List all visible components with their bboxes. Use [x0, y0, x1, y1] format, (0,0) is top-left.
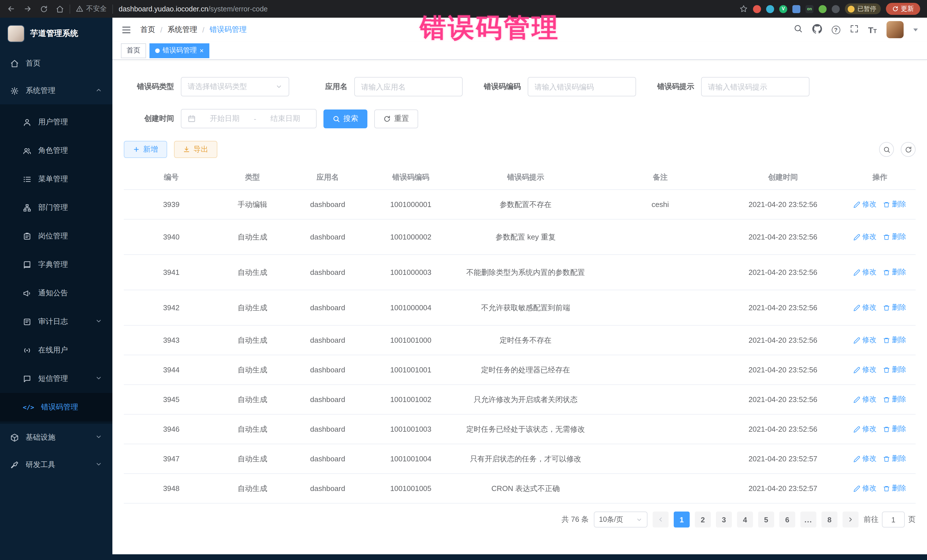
font-size-icon[interactable] — [868, 25, 877, 34]
security-indicator[interactable]: 不安全 — [76, 4, 107, 14]
cell-app: dashboard — [286, 451, 369, 467]
forward-icon[interactable] — [23, 5, 32, 13]
sidebar-item-sms[interactable]: 短信管理 — [0, 364, 112, 393]
refresh-table-icon[interactable] — [901, 142, 916, 157]
help-icon[interactable] — [831, 25, 840, 34]
sidebar-item-notices[interactable]: 通知公告 — [0, 279, 112, 307]
breadcrumb-system[interactable]: 系统管理 — [167, 24, 197, 35]
avatar[interactable] — [886, 21, 904, 38]
screen: 错误码管理 不安全 dashboard.yudao.iocoder.cn/sys… — [0, 0, 927, 560]
page-button[interactable]: 8 — [821, 511, 837, 528]
delete-link[interactable]: 删除 — [883, 453, 906, 464]
edit-link[interactable]: 修改 — [854, 424, 877, 434]
sidebar-item-roles[interactable]: 角色管理 — [0, 136, 112, 165]
tab-home[interactable]: 首页 — [121, 43, 146, 58]
sidebar-item-home[interactable]: 首页 — [0, 50, 112, 77]
page-size-select[interactable]: 10条/页 — [594, 511, 647, 528]
update-button[interactable]: 更新 — [886, 3, 920, 15]
pin-extension-icon[interactable] — [832, 5, 840, 13]
extension-icon[interactable] — [819, 5, 827, 13]
toggle-search-icon[interactable] — [879, 142, 894, 157]
edit-link[interactable]: 修改 — [854, 267, 877, 278]
extension-icon[interactable]: V — [779, 5, 787, 13]
next-page-button[interactable] — [843, 511, 859, 528]
back-icon[interactable] — [7, 5, 15, 13]
sidebar-item-dev-tools[interactable]: 研发工具 — [0, 451, 112, 478]
breadcrumb-home[interactable]: 首页 — [140, 24, 155, 35]
reset-button[interactable]: 重置 — [374, 109, 418, 128]
delete-link[interactable]: 删除 — [883, 394, 906, 405]
sidebar-item-users[interactable]: 用户管理 — [0, 108, 112, 136]
close-icon[interactable] — [200, 47, 204, 54]
date-range-picker[interactable]: 开始日期 - 结束日期 — [181, 109, 317, 128]
page-button[interactable]: 3 — [716, 511, 732, 528]
caret-down-icon[interactable] — [913, 28, 918, 31]
delete-link[interactable]: 删除 — [883, 424, 906, 434]
sidebar-item-menus[interactable]: 菜单管理 — [0, 165, 112, 193]
extension-icon[interactable] — [766, 5, 774, 13]
sidebar-item-posts[interactable]: 岗位管理 — [0, 222, 112, 250]
sidebar-item-label: 岗位管理 — [38, 231, 68, 241]
code-icon: </> — [23, 404, 34, 411]
edit-link[interactable]: 修改 — [854, 199, 877, 210]
delete-link[interactable]: 删除 — [883, 302, 906, 313]
sidebar-item-audit-log[interactable]: 审计日志 — [0, 307, 112, 336]
address-bar[interactable]: dashboard.yudao.iocoder.cn/system/error-… — [119, 5, 268, 13]
sidebar-item-online-users[interactable]: 在线用户 — [0, 336, 112, 364]
search-button[interactable]: 搜索 — [324, 109, 368, 128]
export-button[interactable]: 导出 — [174, 141, 217, 158]
delete-link[interactable]: 删除 — [883, 483, 906, 494]
page-button[interactable]: 4 — [737, 511, 753, 528]
page-button[interactable]: 2 — [695, 511, 711, 528]
error-message-input[interactable] — [708, 82, 802, 91]
edit-link[interactable]: 修改 — [854, 394, 877, 405]
home-icon[interactable] — [56, 5, 64, 13]
extension-icon[interactable] — [792, 5, 800, 13]
app-name-input[interactable] — [361, 82, 456, 91]
delete-link[interactable]: 删除 — [883, 199, 906, 210]
cell-time: 2021-04-20 23:52:57 — [722, 451, 844, 467]
delete-link[interactable]: 删除 — [883, 335, 906, 346]
page-button[interactable]: 6 — [779, 511, 795, 528]
cell-operations: 修改 删除 — [844, 229, 916, 244]
sidebar-item-infrastructure[interactable]: 基础设施 — [0, 424, 112, 451]
sidebar-item-departments[interactable]: 部门管理 — [0, 193, 112, 222]
error-type-select[interactable]: 请选择错误码类型 — [181, 77, 289, 96]
tab-error-code[interactable]: 错误码管理 — [149, 43, 209, 58]
page-button[interactable]: 1 — [674, 511, 690, 528]
paused-badge[interactable]: 已暂停 — [845, 3, 881, 14]
prev-page-button[interactable] — [653, 511, 669, 528]
logo[interactable]: 芋道管理系统 — [0, 18, 112, 50]
edit-link[interactable]: 修改 — [854, 483, 877, 494]
edit-link-label: 修改 — [862, 453, 877, 464]
delete-link[interactable]: 删除 — [883, 364, 906, 375]
edit-link[interactable]: 修改 — [854, 335, 877, 346]
page-button[interactable]: ... — [800, 511, 816, 528]
fullscreen-icon[interactable] — [850, 24, 858, 35]
page-button[interactable]: 5 — [758, 511, 774, 528]
edit-link[interactable]: 修改 — [854, 302, 877, 313]
sidebar-item-error-code[interactable]: </> 错误码管理 — [0, 393, 112, 422]
delete-link[interactable]: 删除 — [883, 232, 906, 242]
edit-link[interactable]: 修改 — [854, 232, 877, 242]
extension-switch-icon[interactable]: on — [805, 5, 813, 13]
edit-link[interactable]: 修改 — [854, 364, 877, 375]
delete-link[interactable]: 删除 — [883, 267, 906, 278]
extension-icon[interactable] — [753, 5, 761, 13]
bookmark-star-icon[interactable] — [739, 5, 748, 13]
error-code-input[interactable] — [535, 82, 629, 91]
sidebar-item-system[interactable]: 系统管理 — [0, 77, 112, 104]
chevron-down-icon — [95, 433, 102, 442]
sidebar-item-dictionary[interactable]: 字典管理 — [0, 250, 112, 279]
navbar-actions — [793, 21, 918, 38]
breadcrumb-separator: / — [202, 25, 204, 34]
refresh-icon[interactable] — [40, 5, 48, 13]
edit-link[interactable]: 修改 — [854, 453, 877, 464]
filter-date: 创建时间 开始日期 - 结束日期 — [124, 109, 317, 128]
github-icon[interactable] — [812, 24, 822, 36]
sidebar-toggle-icon[interactable] — [122, 25, 131, 35]
add-button[interactable]: 新增 — [124, 141, 167, 158]
cell-code: 1001001003 — [369, 422, 452, 437]
header-search-icon[interactable] — [793, 24, 802, 35]
goto-page-input[interactable] — [882, 511, 905, 528]
